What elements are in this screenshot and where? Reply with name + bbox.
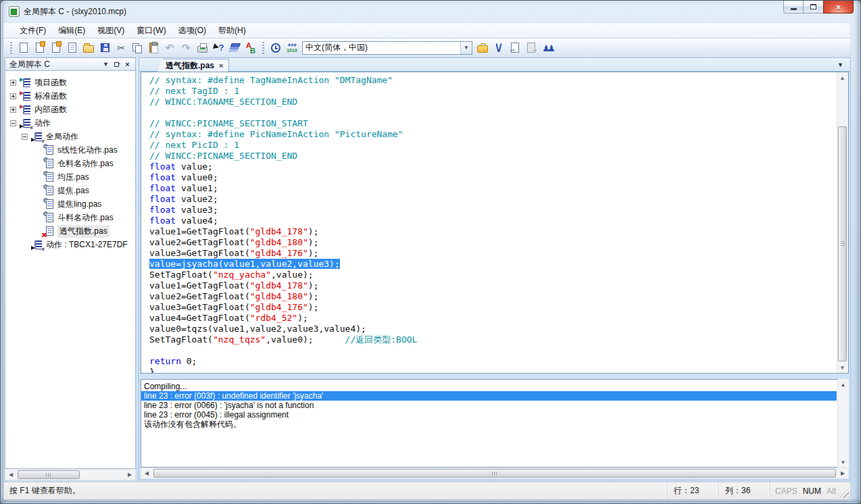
code-line[interactable]: value1=GetTagFloat("gldb4_178"); (149, 226, 837, 237)
tree-item[interactable]: x动作 (5, 116, 135, 130)
scroll-left-icon[interactable]: ◀ (141, 468, 152, 478)
sidebar-horizontal-scrollbar[interactable]: ◀ ▶ (5, 469, 136, 480)
tree-item[interactable]: 项目函数 (5, 76, 135, 89)
tab-active[interactable]: 透气指数.pas × (157, 59, 229, 72)
code-line[interactable]: value2=GetTagFloat("gldb4_180"); (149, 237, 837, 248)
tree-item[interactable]: x动作 : TBCX1-27E7DF (5, 238, 135, 251)
code-editor[interactable]: // syntax: #define TagNameInAction "DMTa… (141, 72, 837, 373)
code-line[interactable]: SetTagFloat("nzq_tqzs",value0); //返回类型:B… (149, 334, 837, 345)
open-button[interactable] (81, 41, 96, 55)
menu-item[interactable]: 视图(V) (91, 23, 130, 39)
code-line[interactable]: value3=GetTagFloat("gldb4_176"); (149, 302, 837, 313)
collapse-minus-icon[interactable] (22, 134, 28, 140)
code-line[interactable] (149, 345, 837, 356)
context-help-button[interactable] (211, 41, 226, 55)
import-button[interactable] (508, 41, 522, 55)
syntax-ab-toggle-button[interactable] (243, 41, 258, 55)
tree-item[interactable]: s线性化动作.pas (5, 143, 135, 157)
compass-button[interactable] (491, 41, 506, 55)
code-line[interactable]: // next TagID : 1 (149, 86, 837, 97)
export-button[interactable] (524, 41, 539, 55)
scrollbar-thumb[interactable] (18, 470, 80, 479)
scroll-up-icon[interactable]: ▲ (838, 379, 848, 390)
code-line[interactable]: float value0; (149, 172, 837, 183)
code-line[interactable]: return 0; (149, 356, 837, 367)
toolbar-grip[interactable] (262, 42, 264, 54)
resize-grip[interactable] (839, 488, 849, 498)
compile-button[interactable] (227, 41, 242, 55)
tag-1010-button[interactable] (285, 41, 299, 55)
minimize-button[interactable] (783, 1, 804, 14)
tree-item[interactable]: 提焦ling.pas (5, 197, 135, 211)
panel-splitter[interactable] (141, 374, 849, 379)
document-lines-button[interactable] (65, 41, 80, 55)
code-line[interactable]: float value1; (149, 183, 837, 194)
code-line[interactable]: float value3; (149, 205, 837, 216)
tree-item[interactable]: 提焦.pas (5, 184, 135, 197)
chevron-down-icon[interactable]: ▼ (460, 42, 472, 54)
tree-item[interactable]: 仓料名动作.pas (5, 157, 135, 170)
tree-item[interactable]: 标准函数 (5, 89, 135, 103)
output-line[interactable]: 该动作没有包含解释代码。 (141, 420, 837, 429)
tree-item[interactable]: 斗料名动作.pas (5, 211, 135, 224)
scroll-down-icon[interactable]: ▼ (837, 362, 847, 373)
toolbox-button[interactable] (475, 41, 490, 55)
code-line[interactable]: value3=GetTagFloat("gldb4_176"); (149, 248, 837, 259)
timer-clock-button[interactable] (268, 41, 283, 55)
output-line[interactable]: line 23 : error (0045) : illegal assignm… (141, 410, 837, 420)
new-document-button[interactable] (16, 41, 31, 55)
users-button[interactable] (540, 41, 555, 55)
menu-item[interactable]: 窗口(W) (130, 23, 172, 39)
sidebar-pin-button[interactable] (112, 59, 122, 70)
output-line[interactable]: line 23 : error (0066) : 'jsyacha' is no… (141, 401, 837, 410)
sidebar-close-button[interactable]: × (122, 59, 132, 70)
title-bar[interactable]: 全局脚本 C - (slxy2010.mcp) × (1, 1, 860, 22)
scroll-right-icon[interactable]: ▶ (837, 468, 848, 478)
tree-item[interactable]: x全局动作 (5, 130, 135, 143)
scroll-down-icon[interactable]: ▼ (838, 457, 848, 468)
paste-button[interactable] (146, 41, 161, 55)
cut-button[interactable] (114, 41, 128, 55)
scroll-right-icon[interactable]: ▶ (124, 470, 135, 480)
expand-plus-icon[interactable] (10, 80, 16, 86)
language-select[interactable]: 中文(简体，中国) ▼ (302, 41, 472, 55)
output-horizontal-scrollbar[interactable]: ◀ ▶ (141, 468, 849, 479)
code-line[interactable]: value2=GetTagFloat("gldb4_180"); (149, 291, 837, 302)
undo-button[interactable] (162, 41, 177, 55)
new-standard-function-button[interactable] (49, 41, 64, 55)
menu-item[interactable]: 编辑(E) (52, 23, 91, 39)
sidebar-menu-button[interactable]: ▼ (101, 59, 111, 70)
expand-plus-icon[interactable] (10, 93, 16, 99)
collapse-minus-icon[interactable] (10, 120, 16, 126)
compiler-output[interactable]: Compiling...line 23 : error (003f) : und… (141, 380, 837, 467)
tree-item[interactable]: ×透气指数.pas (5, 224, 135, 238)
code-line[interactable]: // syntax: #define PicNameInAction "Pict… (149, 129, 837, 140)
restore-button[interactable] (804, 1, 823, 14)
code-line[interactable]: // WINCC:TAGNAME_SECTION_END (149, 97, 837, 107)
editor-vertical-scrollbar[interactable]: ▲ ▼ (837, 72, 848, 373)
tree-item[interactable]: 内部函数 (5, 103, 135, 116)
scrollbar-thumb[interactable] (838, 126, 847, 361)
code-line[interactable]: float value2; (149, 194, 837, 205)
output-line[interactable]: Compiling... (141, 382, 837, 391)
code-line[interactable]: SetTagFloat("nzq_yacha",value); (149, 270, 837, 280)
code-line[interactable]: // WINCC:PICNAME_SECTION_START (149, 118, 837, 129)
code-line[interactable]: } (149, 367, 837, 373)
code-line[interactable]: // WINCC:PICNAME_SECTION_END (149, 151, 837, 161)
expand-plus-icon[interactable] (10, 107, 16, 113)
output-vertical-scrollbar[interactable]: ▲ ▼ (837, 379, 849, 468)
code-line[interactable]: value4=GetTagFloat("rdb4_52"); (149, 313, 837, 324)
menu-item[interactable]: 文件(F) (14, 23, 52, 39)
tree-item[interactable]: 均压.pas (5, 170, 135, 184)
code-line[interactable]: value0=tqzs(value1,value2,value3,value4)… (149, 324, 837, 334)
menu-item[interactable]: 选项(O) (172, 23, 212, 39)
output-line-selected[interactable]: line 23 : error (003f) : undefined ident… (141, 391, 837, 401)
scrollbar-thumb[interactable] (153, 469, 836, 478)
scroll-left-icon[interactable]: ◀ (5, 470, 16, 480)
save-button[interactable] (97, 41, 112, 55)
print-button[interactable] (195, 41, 210, 55)
code-line[interactable]: float value4; (149, 216, 837, 226)
scroll-up-icon[interactable]: ▲ (837, 72, 847, 83)
code-line[interactable]: value=jsyacha(value1,value2,value3); (149, 259, 837, 270)
code-line[interactable] (149, 107, 837, 118)
